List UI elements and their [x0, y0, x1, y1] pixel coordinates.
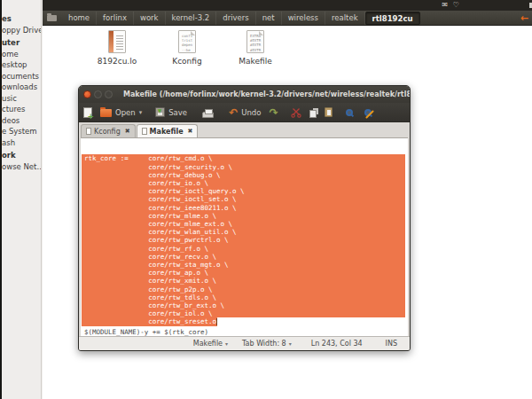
sidebar-item[interactable]: ownloads: [2, 82, 41, 93]
find-button[interactable]: [346, 109, 353, 116]
maximize-button[interactable]: [105, 90, 113, 98]
sidebar-item[interactable]: ome: [2, 49, 41, 60]
sidebar-item[interactable]: ctures: [2, 104, 41, 115]
sidebar-item[interactable]: ash: [2, 137, 41, 149]
document-icon: [86, 128, 91, 135]
breadcrumb-wireless[interactable]: wireless: [282, 12, 325, 25]
file-label: 8192cu.lo: [89, 57, 145, 66]
redo-button[interactable]: ↷: [269, 107, 278, 118]
redo-icon: ↷: [269, 107, 278, 118]
insert-mode-indicator: INS: [386, 340, 397, 348]
open-label: Open: [115, 108, 136, 117]
status-indicator-icon[interactable]: ♡: [453, 0, 459, 11]
sidebar-item[interactable]: ork: [2, 150, 41, 161]
sidebar-item[interactable]: uter: [2, 37, 41, 49]
tab-Kconfig[interactable]: Kconfig✖: [81, 124, 136, 137]
sidebar-item[interactable]: owse Net...: [2, 161, 41, 173]
breadcrumb-realtek[interactable]: realtek: [325, 12, 365, 25]
file-icon: EXTRA #EXTR #EXTR #EXTR: [246, 30, 264, 53]
replace-button[interactable]: [364, 109, 372, 116]
print-button[interactable]: [202, 107, 214, 118]
open-button[interactable]: Open ▾: [100, 107, 142, 117]
sidebar-item[interactable]: esktop: [2, 59, 41, 71]
text-editor-area[interactable]: rtk_core := core/rtw_cmd.o \ core/rtw_se…: [81, 137, 408, 336]
search-icon: [346, 109, 353, 116]
breadcrumb: homeforlinxworkkernel-3.2driversnetwirel…: [62, 12, 420, 25]
close-tab-icon[interactable]: ✖: [188, 128, 193, 135]
undo-label: Undo: [241, 108, 261, 117]
breadcrumb-rtl8192cu[interactable]: rtl8192cu: [365, 12, 420, 25]
desktop: esoppy Driveuteromeesktopocumentsownload…: [0, 0, 532, 399]
sidebar-item[interactable]: oppy Drive: [2, 25, 41, 36]
sidebar-item[interactable]: es: [2, 13, 41, 25]
undo-button[interactable]: ↶ Undo: [229, 107, 261, 118]
breadcrumb-bar: homeforlinxworkkernel-3.2driversnetwirel…: [43, 11, 532, 26]
new-document-button[interactable]: [83, 107, 92, 118]
screen-left-edge: [0, 0, 2, 399]
paste-icon: [325, 107, 332, 117]
tab-width-caret-icon: ▾: [289, 340, 292, 347]
print-icon: [202, 112, 214, 118]
file-icon: confi trist depen --he: [178, 30, 196, 53]
breadcrumb-net[interactable]: net: [256, 12, 282, 25]
gedit-window: Makefile (/home/forlinx/work/kernel-3.2/…: [78, 85, 411, 351]
location-folder-icon: [47, 15, 57, 21]
file-8192cu.lo[interactable]: 8192cu.lo: [89, 30, 145, 66]
copy-icon: [309, 110, 317, 118]
cut-scissors-icon: [291, 107, 301, 118]
mail-indicator-icon[interactable]: ✉: [442, 0, 448, 11]
gedit-titlebar[interactable]: Makefile (/home/forlinx/work/kernel-3.2/…: [79, 86, 410, 103]
breadcrumb-drivers[interactable]: drivers: [216, 12, 255, 25]
file-Makefile[interactable]: EXTRA #EXTR #EXTR #EXTRMakefile: [227, 30, 284, 66]
tab-width-selector[interactable]: Tab Width: 8 ▾: [242, 340, 292, 348]
save-button[interactable]: Save: [155, 107, 187, 117]
selected-makefile-text: rtk_core := core/rtw_cmd.o \ core/rtw_se…: [81, 138, 408, 326]
breadcrumb-scroll-left-icon[interactable]: ←: [520, 12, 528, 25]
sidebar-item[interactable]: ocuments: [2, 71, 41, 82]
sidebar-item[interactable]: usic: [2, 93, 41, 105]
open-caret-icon: ▾: [139, 109, 143, 116]
save-label: Save: [168, 108, 187, 117]
close-tab-icon[interactable]: ✖: [125, 128, 130, 135]
cursor-position: Ln 243, Col 34: [311, 340, 363, 348]
breadcrumb-home[interactable]: home: [62, 12, 97, 25]
window-title: Makefile (/home/forlinx/work/kernel-3.2/…: [123, 90, 410, 98]
file-Kconfig[interactable]: confi trist depen --heKconfig: [159, 30, 215, 66]
language-selector[interactable]: Makefile ▾: [193, 340, 228, 348]
new-document-icon: [83, 107, 92, 118]
breadcrumb-work[interactable]: work: [134, 12, 166, 25]
paste-button[interactable]: [325, 107, 332, 117]
file-icon: [108, 30, 126, 53]
open-folder-icon: [100, 109, 112, 117]
find-replace-icon: [364, 109, 372, 116]
clipped-code-line: $(MODULE_NAME)-y += $(rtk_core): [84, 328, 208, 336]
language-caret-icon: ▾: [225, 340, 228, 347]
copy-button[interactable]: [309, 107, 317, 118]
minimize-button[interactable]: [94, 90, 102, 98]
tab-label: Makefile: [150, 128, 184, 136]
gedit-toolbar: Open ▾ Save ↶ Undo ↷: [79, 103, 410, 122]
tab-label: Kconfig: [94, 128, 121, 136]
tab-width-label: Tab Width: 8: [242, 340, 286, 348]
save-icon: [155, 107, 165, 117]
breadcrumb-forlinx[interactable]: forlinx: [97, 12, 134, 25]
undo-icon: ↶: [229, 107, 238, 118]
gedit-tabbar: Kconfig✖Makefile✖: [79, 122, 410, 137]
cut-button[interactable]: [291, 107, 301, 118]
sidebar-item[interactable]: deos: [2, 115, 41, 127]
document-icon: [142, 128, 147, 135]
breadcrumb-kernel-3.2[interactable]: kernel-3.2: [166, 12, 217, 25]
language-label: Makefile: [193, 340, 223, 348]
close-button[interactable]: [83, 90, 91, 98]
file-label: Makefile: [227, 57, 284, 66]
gedit-statusbar: Makefile ▾ Tab Width: 8 ▾ Ln 243, Col 34…: [79, 336, 410, 350]
places-sidebar: esoppy Driveuteromeesktopocumentsownload…: [2, 0, 42, 399]
file-label: Kconfig: [159, 57, 215, 66]
sidebar-item[interactable]: e System: [2, 126, 41, 137]
tab-Makefile[interactable]: Makefile✖: [137, 124, 199, 137]
top-panel: ✉ ♡: [43, 0, 532, 11]
